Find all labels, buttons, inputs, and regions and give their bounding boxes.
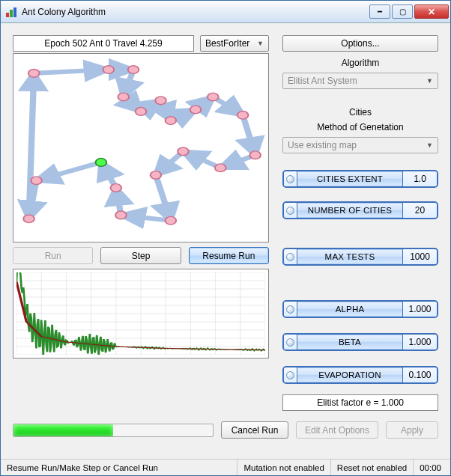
max-tests-label: MAX TESTS: [297, 252, 402, 261]
svg-point-25: [128, 66, 139, 74]
step-button[interactable]: Step: [100, 247, 181, 264]
app-window: Ant Colony Algorithm ━ ▢ ✕ Epoch 502 Ant…: [0, 0, 451, 476]
close-button[interactable]: ✕: [414, 4, 449, 19]
cancel-run-button[interactable]: Cancel Run: [221, 421, 288, 439]
view-mode-selected: BestForIter: [205, 38, 249, 49]
cities-extent-label: CITIES EXTENT: [297, 174, 402, 183]
svg-rect-0: [6, 13, 9, 17]
window-title: Ant Colony Algorithm: [22, 7, 369, 17]
resume-run-button[interactable]: Resume Run: [189, 247, 269, 264]
progress-bar: [13, 424, 214, 437]
evaporation-param[interactable]: EVAPORATION 0.100: [282, 366, 438, 384]
status-time: 00:00: [414, 460, 450, 475]
svg-line-16: [156, 175, 171, 221]
svg-point-26: [118, 93, 129, 101]
run-button: Run: [13, 247, 93, 264]
beta-value: 1.000: [402, 335, 437, 350]
maximize-button[interactable]: ▢: [392, 4, 413, 19]
num-cities-param[interactable]: NUMBER OF CITIES 20: [282, 201, 438, 219]
gen-method-label: Method of Genetation: [282, 122, 438, 132]
chevron-down-icon: ▼: [426, 77, 433, 85]
window-buttons: ━ ▢ ✕: [369, 4, 449, 19]
svg-point-41: [31, 177, 42, 185]
svg-point-32: [237, 111, 249, 119]
algorithm-selected: Elitist Ant System: [288, 76, 357, 86]
svg-point-38: [115, 211, 127, 219]
svg-line-17: [121, 215, 170, 220]
client-area: Epoch 502 Ant 0 Travel 4.259 BestForIter…: [1, 23, 450, 459]
elitist-info: Elitist factor e = 1.000: [282, 394, 438, 411]
svg-rect-2: [13, 7, 16, 17]
slider-knob-icon[interactable]: [284, 171, 297, 186]
gen-method-selected: Use existing map: [288, 140, 357, 150]
beta-label: BETA: [297, 338, 402, 347]
algorithm-combo[interactable]: Elitist Ant System ▼: [282, 73, 438, 89]
svg-point-30: [190, 106, 202, 114]
epoch-status-field: Epoch 502 Ant 0 Travel 4.259: [13, 35, 194, 52]
apply-button: Apply: [386, 421, 438, 439]
convergence-chart: [13, 269, 269, 358]
max-tests-param[interactable]: MAX TESTS 1000: [282, 248, 438, 266]
alpha-label: ALPHA: [297, 305, 402, 314]
slider-knob-icon[interactable]: [284, 203, 297, 218]
slider-knob-icon[interactable]: [284, 335, 297, 350]
route-canvas: [13, 53, 269, 242]
view-mode-combo[interactable]: BestForIter ▼: [200, 35, 269, 52]
status-reset: Reset not enabled: [331, 460, 414, 475]
alpha-param[interactable]: ALPHA 1.000: [282, 300, 438, 318]
svg-line-14: [183, 151, 220, 168]
svg-point-31: [208, 93, 219, 101]
gen-method-combo[interactable]: Use existing map ▼: [282, 137, 438, 153]
svg-line-20: [37, 162, 101, 180]
svg-line-3: [34, 70, 109, 73]
svg-point-27: [136, 108, 147, 116]
cities-group-label: Cities: [282, 107, 438, 118]
svg-point-33: [249, 151, 261, 159]
slider-knob-icon[interactable]: [284, 367, 297, 382]
titlebar[interactable]: Ant Colony Algorithm ━ ▢ ✕: [1, 1, 450, 23]
svg-point-40: [96, 159, 107, 167]
slider-knob-icon[interactable]: [284, 302, 297, 317]
svg-point-36: [151, 171, 162, 180]
edit-ant-options-button: Edit Ant Options: [296, 421, 378, 439]
svg-rect-1: [10, 10, 13, 17]
svg-point-37: [166, 216, 177, 225]
algorithm-group-label: Algorithm: [282, 58, 438, 68]
beta-param[interactable]: BETA 1.000: [282, 333, 438, 351]
svg-point-29: [166, 117, 177, 125]
alpha-value: 1.000: [402, 302, 437, 317]
slider-knob-icon[interactable]: [284, 249, 297, 264]
svg-point-42: [23, 215, 34, 223]
cities-extent-param[interactable]: CITIES EXTENT 1.0: [282, 170, 438, 188]
max-tests-value: 1000: [402, 249, 437, 264]
svg-point-23: [28, 70, 40, 78]
statusbar: Resume Run/Make Step or Cancel Run Mutat…: [1, 459, 450, 475]
num-cities-value: 20: [402, 203, 437, 218]
evaporation-label: EVAPORATION: [297, 370, 402, 379]
svg-line-15: [156, 151, 184, 175]
svg-point-35: [178, 147, 189, 156]
num-cities-label: NUMBER OF CITIES: [297, 206, 402, 215]
status-mutation: Mutation not enabled: [237, 460, 330, 475]
evaporation-value: 0.100: [402, 367, 437, 382]
svg-point-28: [155, 97, 166, 105]
cities-extent-value: 1.0: [402, 171, 437, 186]
app-icon: [5, 6, 17, 18]
svg-point-39: [110, 184, 121, 192]
svg-point-34: [215, 164, 226, 172]
svg-point-24: [103, 66, 115, 74]
svg-line-12: [243, 115, 255, 155]
minimize-button[interactable]: ━: [369, 4, 390, 19]
chevron-down-icon: ▼: [426, 141, 433, 149]
options-button[interactable]: Options...: [282, 35, 438, 52]
status-hint: Resume Run/Make Step or Cancel Run: [1, 460, 237, 475]
chevron-down-icon: ▼: [257, 40, 264, 47]
